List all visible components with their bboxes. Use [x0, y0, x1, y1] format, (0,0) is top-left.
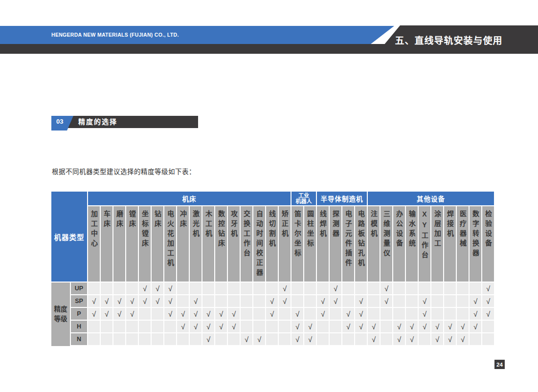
column-header: 医疗器械: [457, 206, 469, 282]
check-cell: [228, 283, 240, 294]
check-cell: [368, 283, 380, 294]
column-header: 冲床: [177, 206, 189, 282]
check-cell: [215, 333, 227, 345]
check-cell: √: [470, 321, 481, 332]
check-cell: √: [342, 308, 354, 320]
table-row: P√√√√√√√√√√√√√√√√√√: [71, 308, 495, 320]
check-cell: [266, 321, 278, 332]
check-cell: √: [482, 283, 494, 294]
check-cell: [266, 333, 278, 345]
check-cell: [88, 333, 100, 345]
table-row: SP√√√√√√√√√√√√√√√√√: [71, 295, 495, 307]
machine-type-corner-cell: 机器类型: [51, 192, 87, 282]
check-cell: [482, 321, 494, 332]
check-cell: [355, 283, 367, 294]
check-cell: [253, 295, 265, 307]
check-cell: √: [152, 283, 163, 294]
check-cell: [317, 333, 329, 345]
check-cell: √: [113, 308, 125, 320]
check-cell: [241, 308, 252, 320]
check-cell: √: [202, 333, 214, 345]
check-cell: [330, 321, 341, 332]
check-cell: √: [470, 295, 481, 307]
check-cell: [241, 283, 252, 294]
check-cell: [317, 283, 329, 294]
check-cell: [139, 333, 151, 345]
check-cell: [431, 308, 443, 320]
check-cell: [113, 283, 125, 294]
check-cell: √: [342, 321, 354, 332]
check-cell: [88, 283, 100, 294]
group-header: 工业机器人: [291, 192, 316, 205]
column-header: 笛卡尔坐标: [291, 206, 303, 282]
check-cell: √: [368, 333, 380, 345]
check-cell: √: [355, 321, 367, 332]
check-cell: √: [164, 308, 176, 320]
check-cell: √: [190, 321, 202, 332]
check-cell: [342, 333, 354, 345]
check-cell: √: [266, 308, 278, 320]
check-cell: [253, 321, 265, 332]
check-cell: √: [470, 308, 481, 320]
check-cell: [139, 308, 151, 320]
check-cell: √: [381, 295, 392, 307]
check-cell: √: [139, 295, 151, 307]
check-cell: √: [88, 295, 100, 307]
check-cell: [457, 295, 469, 307]
group-header: 其他设备: [368, 192, 494, 205]
check-cell: √: [291, 333, 303, 345]
check-cell: √: [482, 308, 494, 320]
check-cell: [444, 295, 456, 307]
column-header: 线切割机: [266, 206, 278, 282]
column-header: 自动时间校正器: [253, 206, 265, 282]
check-cell: √: [355, 295, 367, 307]
column-header: 木工机: [202, 206, 214, 282]
column-header: 电路板钻孔机: [355, 206, 367, 282]
check-cell: √: [393, 333, 405, 345]
column-header: 输水系统: [406, 206, 418, 282]
check-cell: [291, 295, 303, 307]
group-header: 机床: [88, 192, 291, 205]
column-header: 钻床: [152, 206, 163, 282]
table-row: H√√√√√√√√√√√√√√√√√: [71, 321, 495, 332]
check-cell: √: [419, 295, 430, 307]
check-cell: [152, 308, 163, 320]
check-cell: [190, 283, 202, 294]
check-cell: [406, 295, 418, 307]
check-cell: √: [381, 283, 392, 294]
column-header: 磨床: [113, 206, 125, 282]
check-cell: [419, 333, 430, 345]
check-cell: [470, 283, 481, 294]
check-cell: [126, 283, 138, 294]
check-cell: √: [152, 295, 163, 307]
check-cell: [444, 308, 456, 320]
check-cell: [406, 283, 418, 294]
check-cell: [139, 321, 151, 332]
precision-table: 机器类型 机床工业机器人半导体制造机其他设备 加工中心车床磨床镗床坐标镗床钻床电…: [51, 192, 495, 346]
column-header: 圆柱坐标: [304, 206, 316, 282]
check-cell: [202, 295, 214, 307]
check-cell: [101, 321, 112, 332]
check-cell: [126, 333, 138, 345]
table-row: N√√√√√√√√√√√: [71, 333, 495, 345]
check-cell: [330, 308, 341, 320]
check-cell: [228, 295, 240, 307]
column-header-row: 加工中心车床磨床镗床坐标镗床钻床电火花加工机冲床激光机木工机数控钻床攻牙机交换工…: [88, 206, 495, 282]
check-cell: √: [393, 321, 405, 332]
intro-text: 根据不同机器类型建议选择的精度等级如下表：: [52, 166, 196, 176]
check-cell: √: [202, 321, 214, 332]
column-header: 数字转换器: [470, 206, 481, 282]
check-cell: √: [355, 308, 367, 320]
check-cell: √: [215, 308, 227, 320]
check-cell: √: [215, 321, 227, 332]
column-header: 焊接机: [444, 206, 456, 282]
check-cell: √: [444, 321, 456, 332]
column-header: 注模机: [368, 206, 380, 282]
check-cell: √: [406, 333, 418, 345]
check-cell: [215, 295, 227, 307]
check-cell: √: [431, 321, 443, 332]
row-label: UP: [71, 283, 87, 294]
document-page: { "header": { "company": "HENGERDA NEW M…: [0, 0, 538, 392]
check-cell: [381, 308, 392, 320]
check-cell: [291, 283, 303, 294]
